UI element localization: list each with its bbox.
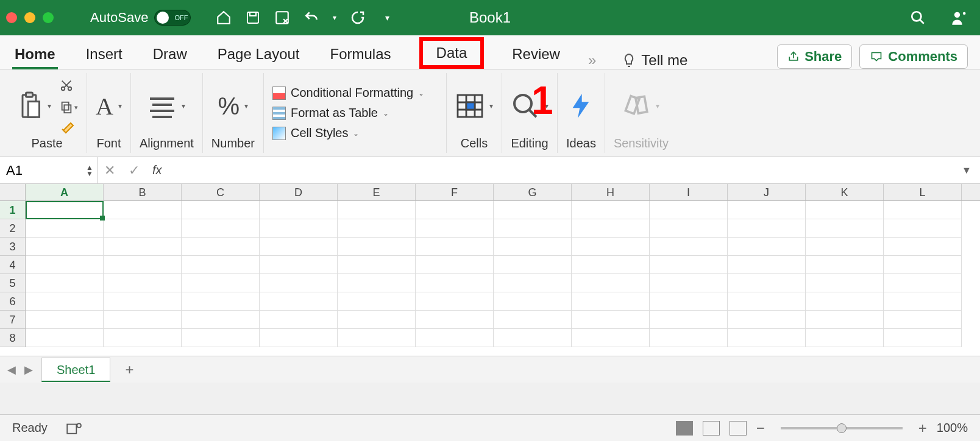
cell[interactable] [650,292,728,311]
tell-me-search[interactable]: Tell me [622,52,687,69]
cell[interactable] [806,201,884,219]
maximize-window-icon[interactable] [43,12,54,23]
cell[interactable] [26,201,104,219]
home-icon[interactable] [213,7,235,29]
view-page-break-icon[interactable] [730,421,747,436]
cell[interactable] [104,274,182,292]
cell[interactable] [494,329,572,347]
cell[interactable] [104,311,182,329]
save-icon[interactable] [242,7,264,29]
tab-data[interactable]: Data [419,37,485,69]
autosave-toggle[interactable]: OFF [154,10,191,26]
cell[interactable] [806,274,884,292]
cell[interactable] [494,256,572,274]
cell[interactable] [884,219,962,238]
cell[interactable] [26,311,104,329]
cell[interactable] [650,238,728,256]
cell[interactable] [416,238,494,256]
cell[interactable] [572,311,650,329]
tab-draw[interactable]: Draw [151,40,190,69]
tab-home[interactable]: Home [12,40,58,69]
cell[interactable] [260,292,338,311]
cell[interactable] [416,311,494,329]
cancel-formula-icon[interactable]: ✕ [98,163,122,178]
cell[interactable] [650,201,728,219]
autosave-control[interactable]: AutoSave OFF [90,10,191,26]
zoom-out-button[interactable]: − [756,420,765,437]
cell[interactable] [416,256,494,274]
column-header[interactable]: L [884,184,962,200]
comments-button[interactable]: Comments [859,44,968,69]
row-header[interactable]: 4 [0,256,25,274]
tab-insert[interactable]: Insert [83,40,125,69]
cell[interactable] [338,311,416,329]
cell[interactable] [104,219,182,238]
cell[interactable] [182,329,260,347]
column-header[interactable]: H [572,184,650,200]
cell[interactable] [884,201,962,219]
cell[interactable] [806,311,884,329]
group-number[interactable]: %▾ Number [203,73,264,153]
cell[interactable] [26,274,104,292]
cell[interactable] [494,274,572,292]
column-header[interactable]: C [182,184,260,200]
column-header[interactable]: J [728,184,806,200]
copy-icon[interactable] [60,100,73,115]
zoom-thumb[interactable] [837,423,847,433]
cell[interactable] [416,329,494,347]
cell[interactable] [806,238,884,256]
sheet-nav-prev-icon[interactable]: ◀ [7,363,16,376]
row-header[interactable]: 2 [0,219,25,238]
column-header[interactable]: I [650,184,728,200]
cell[interactable] [104,329,182,347]
cell[interactable] [884,292,962,311]
cell[interactable] [182,311,260,329]
row-header[interactable]: 5 [0,274,25,292]
search-icon[interactable] [907,7,929,29]
cell[interactable] [260,274,338,292]
name-box[interactable]: A1 ▲▼ [0,157,98,183]
cell[interactable] [572,201,650,219]
row-header[interactable]: 7 [0,311,25,329]
cell[interactable] [806,256,884,274]
cell[interactable] [182,219,260,238]
tab-page-layout[interactable]: Page Layout [215,40,302,69]
cell[interactable] [338,219,416,238]
cell[interactable] [416,201,494,219]
cell[interactable] [728,292,806,311]
cell[interactable] [338,329,416,347]
cell[interactable] [494,311,572,329]
cell[interactable] [494,201,572,219]
cell[interactable] [650,256,728,274]
cell[interactable] [728,311,806,329]
cell[interactable] [728,219,806,238]
macro-record-icon[interactable] [66,422,82,435]
cell[interactable] [338,238,416,256]
cell[interactable] [104,238,182,256]
cut-icon[interactable] [60,77,73,94]
cell[interactable] [182,238,260,256]
redo-icon[interactable] [347,7,369,29]
cell[interactable] [260,256,338,274]
zoom-slider[interactable] [781,427,903,429]
undo-dropdown-icon[interactable]: ▾ [330,7,339,29]
cell[interactable] [728,329,806,347]
cell[interactable] [728,238,806,256]
cell[interactable] [884,311,962,329]
select-all-corner[interactable] [0,184,26,200]
fx-label[interactable]: fx [152,163,162,177]
cell[interactable] [260,238,338,256]
column-header[interactable]: F [416,184,494,200]
cell[interactable] [260,201,338,219]
cell[interactable] [884,256,962,274]
column-header[interactable]: K [806,184,884,200]
formula-input[interactable] [168,157,962,183]
conditional-formatting-button[interactable]: Conditional Formatting ⌄ [272,85,424,101]
cell[interactable] [260,329,338,347]
cell[interactable] [806,329,884,347]
view-normal-icon[interactable] [676,421,693,436]
cell[interactable] [26,329,104,347]
cell-styles-button[interactable]: Cell Styles ⌄ [272,125,359,141]
sheet-tab[interactable]: Sheet1 [41,358,110,382]
row-header[interactable]: 1 [0,201,25,219]
